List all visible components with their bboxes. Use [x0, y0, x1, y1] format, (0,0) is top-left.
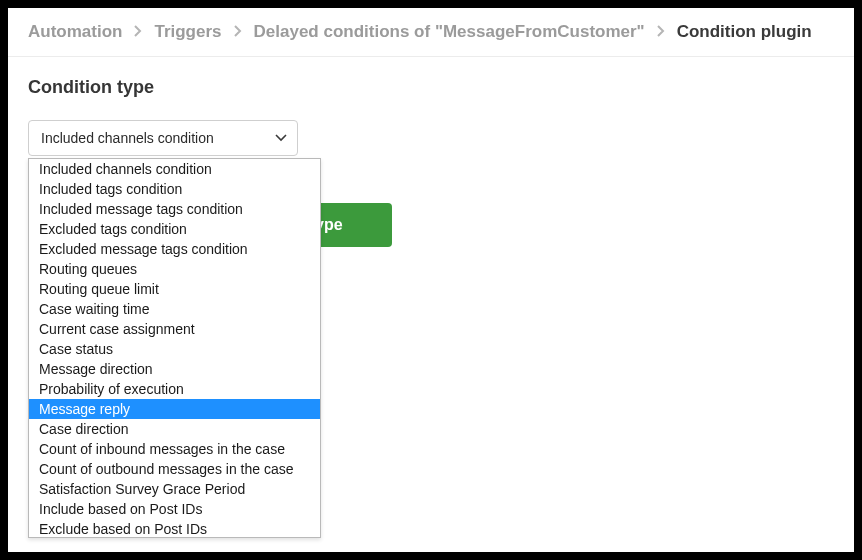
dropdown-option[interactable]: Included tags condition [29, 179, 320, 199]
chevron-right-icon [234, 25, 242, 40]
dropdown-option[interactable]: Included channels condition [29, 159, 320, 179]
select-value: Included channels condition [41, 130, 214, 146]
dropdown-option[interactable]: Current case assignment [29, 319, 320, 339]
dropdown-option[interactable]: Probability of execution [29, 379, 320, 399]
breadcrumb-condition-plugin: Condition plugin [677, 22, 812, 42]
dropdown-option[interactable]: Case direction [29, 419, 320, 439]
breadcrumb: Automation Triggers Delayed conditions o… [8, 8, 854, 57]
dropdown-option[interactable]: Case status [29, 339, 320, 359]
dropdown-option[interactable]: Included message tags condition [29, 199, 320, 219]
dropdown-option[interactable]: Routing queues [29, 259, 320, 279]
dropdown-option[interactable]: Case waiting time [29, 299, 320, 319]
dropdown-option[interactable]: Count of inbound messages in the case [29, 439, 320, 459]
dropdown-option[interactable]: Satisfaction Survey Grace Period [29, 479, 320, 499]
breadcrumb-delayed-conditions[interactable]: Delayed conditions of "MessageFromCustom… [254, 22, 645, 42]
breadcrumb-triggers[interactable]: Triggers [154, 22, 221, 42]
breadcrumb-automation[interactable]: Automation [28, 22, 122, 42]
chevron-down-icon [275, 134, 287, 142]
dropdown-option[interactable]: Exclude based on Post IDs [29, 519, 320, 538]
dropdown-option[interactable]: Excluded tags condition [29, 219, 320, 239]
page-title: Condition type [28, 77, 834, 98]
dropdown-option[interactable]: Routing queue limit [29, 279, 320, 299]
dropdown-option[interactable]: Message reply [29, 399, 320, 419]
condition-type-select[interactable]: Included channels condition [28, 120, 298, 156]
chevron-right-icon [657, 25, 665, 40]
chevron-right-icon [134, 25, 142, 40]
dropdown-option[interactable]: Excluded message tags condition [29, 239, 320, 259]
condition-type-dropdown[interactable]: Included channels conditionIncluded tags… [28, 158, 321, 538]
dropdown-option[interactable]: Count of outbound messages in the case [29, 459, 320, 479]
dropdown-option[interactable]: Include based on Post IDs [29, 499, 320, 519]
dropdown-option[interactable]: Message direction [29, 359, 320, 379]
